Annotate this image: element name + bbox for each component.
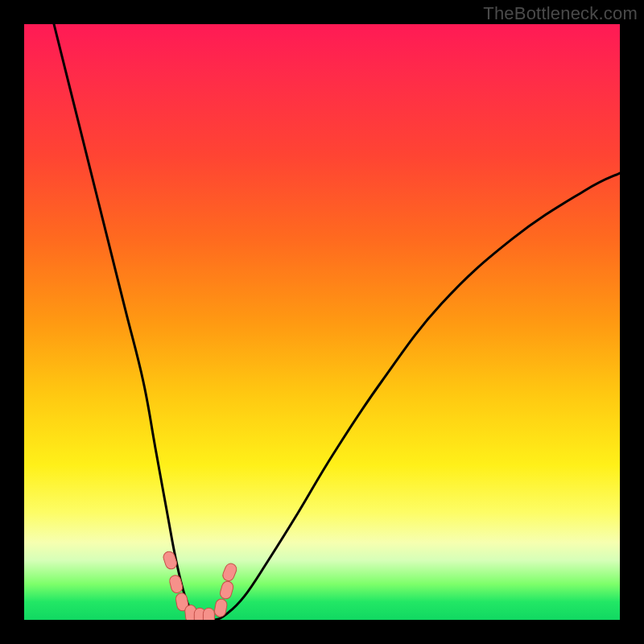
curve-marker <box>219 580 235 600</box>
chart-root: TheBottleneck.com <box>0 0 644 644</box>
curve-marker <box>203 608 214 620</box>
plot-area <box>24 24 620 620</box>
curve-layer <box>24 24 620 620</box>
curve-marker <box>168 574 184 594</box>
bottleneck-curve <box>54 24 620 620</box>
curve-marker <box>221 562 238 583</box>
watermark-text: TheBottleneck.com <box>483 3 638 24</box>
